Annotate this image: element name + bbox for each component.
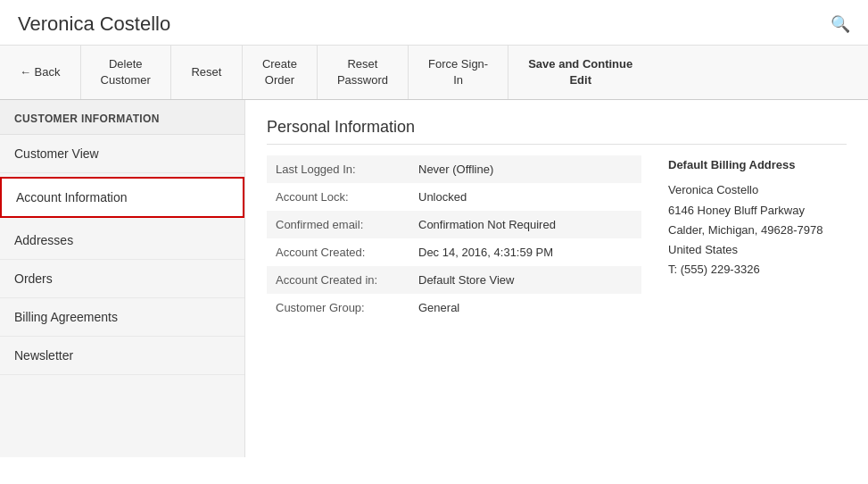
info-row: Confirmed email:Confirmation Not Require… [267,211,641,238]
sidebar-item-billing-agreements[interactable]: Billing Agreements [0,298,244,337]
info-label: Last Logged In: [276,163,418,176]
info-row: Customer Group:General [267,294,641,321]
info-value: Default Store View [418,273,514,287]
info-value: Never (Offline) [418,163,493,176]
info-value: Unlocked [418,190,467,204]
create-order-button[interactable]: CreateOrder [243,46,318,99]
main-layout: CUSTOMER INFORMATION Customer View Accou… [0,100,868,457]
content-section-title: Personal Information [267,118,847,145]
reset-button[interactable]: Reset [171,46,243,99]
info-table: Last Logged In:Never (Offline)Account Lo… [267,155,641,321]
billing-address-title: Default Billing Address [668,155,847,175]
sidebar-item-customer-view[interactable]: Customer View [0,135,244,173]
content-grid: Last Logged In:Never (Offline)Account Lo… [267,155,847,321]
sidebar-item-account-information[interactable]: Account Information [0,177,244,218]
sidebar-item-newsletter[interactable]: Newsletter [0,337,244,375]
force-sign-in-button[interactable]: Force Sign-In [409,46,508,99]
info-label: Account Created in: [276,273,418,287]
info-label: Customer Group: [276,301,418,314]
info-row: Account Lock:Unlocked [267,183,641,211]
info-row: Last Logged In:Never (Offline) [267,155,641,183]
billing-address-box: Default Billing Address Veronica Costell… [668,155,847,321]
info-value: Confirmation Not Required [418,218,556,231]
info-value: Dec 14, 2016, 4:31:59 PM [418,246,553,259]
content-area: Personal Information Last Logged In:Neve… [245,100,868,457]
billing-line: United States [668,240,847,260]
info-label: Account Created: [276,246,418,259]
delete-customer-button[interactable]: DeleteCustomer [81,46,171,99]
sidebar: CUSTOMER INFORMATION Customer View Accou… [0,100,245,457]
billing-line: 6146 Honey Bluff Parkway [668,201,847,221]
search-button[interactable]: 🔍 [831,14,850,34]
info-label: Account Lock: [276,190,418,204]
billing-line: T: (555) 229-3326 [668,260,847,280]
save-continue-button[interactable]: Save and ContinueEdit [508,46,652,99]
page-header: Veronica Costello 🔍 [0,0,868,46]
sidebar-section-title: CUSTOMER INFORMATION [0,100,244,135]
billing-line: Veronica Costello [668,180,847,200]
info-value: General [418,301,459,314]
sidebar-item-addresses[interactable]: Addresses [0,221,244,260]
info-row: Account Created:Dec 14, 2016, 4:31:59 PM [267,238,641,266]
page-title: Veronica Costello [18,13,170,36]
info-row: Account Created in:Default Store View [267,266,641,294]
toolbar: ← Back DeleteCustomer Reset CreateOrder … [0,46,868,100]
sidebar-item-orders[interactable]: Orders [0,260,244,298]
back-button[interactable]: ← Back [0,46,81,99]
info-label: Confirmed email: [276,218,418,231]
reset-password-button[interactable]: ResetPassword [318,46,409,99]
billing-line: Calder, Michigan, 49628-7978 [668,221,847,240]
